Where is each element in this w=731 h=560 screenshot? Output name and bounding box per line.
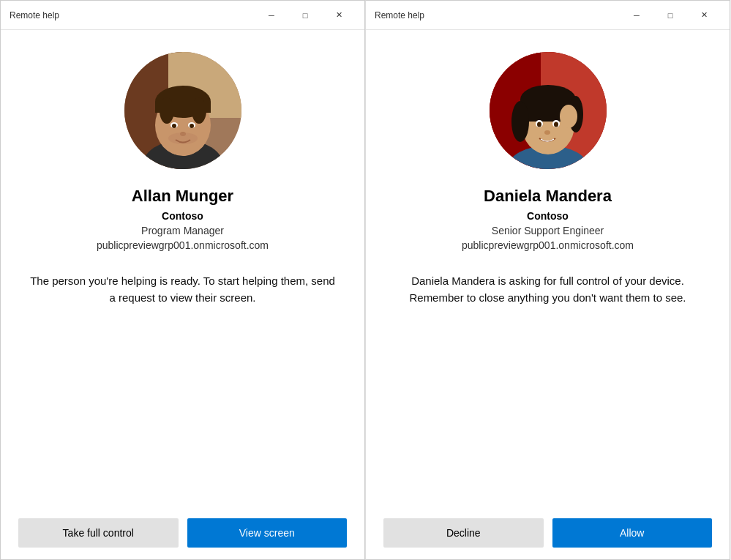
svg-point-29 xyxy=(537,122,541,127)
user-2-name: Daniela Mandera xyxy=(484,187,612,206)
close-button-2[interactable]: ✕ xyxy=(687,4,721,27)
allow-button[interactable]: Allow xyxy=(552,518,713,548)
svg-point-15 xyxy=(168,132,198,144)
svg-point-12 xyxy=(172,124,176,128)
window-1: Remote help ─ □ ✕ xyxy=(0,0,365,560)
user-2-company: Contoso xyxy=(527,210,569,222)
user-2-role: Senior Support Engineer xyxy=(492,225,604,236)
user-1-company: Contoso xyxy=(162,210,203,222)
svg-point-13 xyxy=(190,124,194,128)
minimize-button-1[interactable]: ─ xyxy=(255,4,288,27)
minimize-button-2[interactable]: ─ xyxy=(620,4,653,27)
svg-point-24 xyxy=(511,101,529,142)
svg-point-31 xyxy=(544,130,550,135)
user-1-role: Program Manager xyxy=(141,225,224,236)
window-1-message: The person you're helping is ready. To s… xyxy=(30,273,335,306)
title-bar-controls-1: ─ □ ✕ xyxy=(255,4,356,27)
title-bar-2: Remote help ─ □ ✕ xyxy=(366,1,730,30)
view-screen-button[interactable]: View screen xyxy=(187,518,348,548)
user-1-name: Allan Munger xyxy=(132,187,233,206)
avatar-2 xyxy=(490,52,607,169)
avatar-1 xyxy=(124,52,241,169)
window-2-message: Daniela Mandera is asking for full contr… xyxy=(395,273,700,306)
maximize-button-1[interactable]: □ xyxy=(288,4,322,27)
window-2: Remote help ─ □ ✕ xyxy=(365,0,730,560)
window-2-title: Remote help xyxy=(375,10,424,20)
window-2-footer: Decline Allow xyxy=(366,507,730,559)
title-bar-controls-2: ─ □ ✕ xyxy=(620,4,721,27)
user-2-email: publicpreviewgrp001.onmicrosoft.com xyxy=(462,239,634,251)
window-1-footer: Take full control View screen xyxy=(1,507,364,559)
decline-button[interactable]: Decline xyxy=(383,518,544,548)
title-bar-1: Remote help ─ □ ✕ xyxy=(1,1,364,30)
close-button-1[interactable]: ✕ xyxy=(322,4,356,27)
maximize-button-2[interactable]: □ xyxy=(653,4,687,27)
window-1-content: Allan Munger Contoso Program Manager pub… xyxy=(1,30,364,507)
svg-point-26 xyxy=(560,105,577,128)
window-1-title: Remote help xyxy=(10,10,59,20)
window-2-content: Daniela Mandera Contoso Senior Support E… xyxy=(366,30,730,507)
user-1-email: publicpreviewgrp001.onmicrosoft.com xyxy=(97,239,269,251)
take-full-control-button[interactable]: Take full control xyxy=(18,518,179,548)
svg-point-30 xyxy=(554,122,558,127)
svg-rect-9 xyxy=(155,102,211,113)
